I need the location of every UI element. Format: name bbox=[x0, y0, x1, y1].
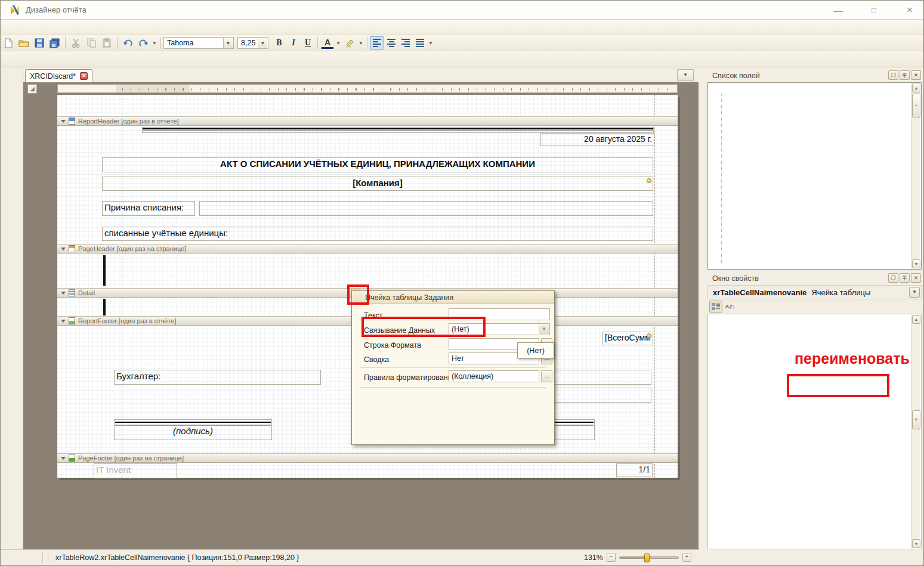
save-all-button[interactable] bbox=[48, 36, 62, 50]
annotation-binding-box bbox=[361, 317, 486, 337]
bold-button[interactable]: B bbox=[273, 36, 286, 50]
maximize-icon[interactable]: □ bbox=[869, 6, 879, 15]
properties-scrollbar[interactable]: ▲ ≡ ▼ bbox=[911, 315, 920, 548]
selection-status-text: xrTableRow2.xrTableCellNaimenovanie { По… bbox=[55, 553, 299, 562]
total-sum-field[interactable]: [ВсегоСумм bbox=[602, 332, 653, 345]
horizontal-ruler[interactable] bbox=[57, 84, 678, 93]
panel-close-icon[interactable]: ✕ bbox=[911, 273, 921, 283]
close-icon[interactable]: × bbox=[904, 4, 915, 16]
signature-label: (подпись) bbox=[115, 426, 271, 436]
smart-tag-icon[interactable] bbox=[647, 333, 651, 338]
italic-button[interactable]: I bbox=[287, 36, 300, 50]
popup-format-label: Строка Формата bbox=[364, 341, 421, 350]
alphabetical-sort-icon[interactable]: AZ↓ bbox=[724, 301, 737, 313]
panel-pin-icon[interactable]: 平 bbox=[900, 70, 910, 80]
tab-list-dropdown-icon[interactable]: ▼ bbox=[677, 69, 694, 81]
open-button[interactable] bbox=[17, 36, 31, 50]
collapse-icon[interactable] bbox=[61, 457, 66, 460]
collapse-icon[interactable] bbox=[61, 320, 66, 323]
band-label: PageHeader [один раз на странице] bbox=[78, 245, 186, 252]
band-page-header[interactable]: PageHeader [один раз на странице] bbox=[57, 244, 678, 253]
highlight-button[interactable] bbox=[342, 36, 357, 50]
zoom-out-icon[interactable]: − bbox=[607, 553, 616, 562]
object-selector-combo[interactable]: xrTableCellNaimenovanie Ячейка таблицы ▼ bbox=[707, 285, 922, 299]
font-size-combo[interactable]: 8,25▼ bbox=[237, 37, 268, 49]
table-detail-row[interactable] bbox=[103, 299, 106, 316]
field-list-tree[interactable]: ▲ ≡ ▼ bbox=[707, 82, 922, 270]
align-left-button[interactable] bbox=[370, 36, 384, 50]
align-justify-button[interactable] bbox=[413, 36, 427, 50]
new-report-button[interactable] bbox=[1, 36, 16, 50]
popup-rules-ellipsis-button[interactable]: … bbox=[541, 370, 552, 382]
scroll-thumb[interactable]: ≡ bbox=[912, 410, 920, 429]
zoom-slider[interactable] bbox=[619, 556, 679, 559]
panel-maximize-icon[interactable]: ❐ bbox=[888, 273, 898, 283]
report-title-label[interactable]: АКТ О СПИСАНИИ УЧЁТНЫХ ЕДИНИЦ, ПРИНАДЛЕЖ… bbox=[102, 157, 653, 172]
cut-icon[interactable] bbox=[69, 36, 83, 50]
align-dropdown-icon[interactable]: ▼ bbox=[427, 41, 434, 46]
font-name-combo[interactable]: Tahoma▼ bbox=[163, 37, 234, 49]
smart-tag-icon[interactable] bbox=[647, 178, 651, 183]
report-header-band-icon bbox=[69, 117, 75, 125]
underline-button[interactable]: U bbox=[301, 36, 314, 50]
scroll-thumb[interactable]: ≡ bbox=[912, 94, 920, 117]
ruler-origin-icon[interactable]: ◢ bbox=[27, 84, 37, 94]
scroll-up-icon[interactable]: ▲ bbox=[912, 315, 920, 324]
undo-dropdown-icon[interactable]: ▼ bbox=[151, 41, 158, 46]
popup-rules-input[interactable]: (Коллекция) bbox=[449, 370, 539, 382]
scroll-down-icon[interactable]: ▼ bbox=[912, 259, 920, 268]
band-report-header[interactable]: ReportHeader [один раз в отчёте] bbox=[57, 116, 678, 126]
header-line-control[interactable] bbox=[142, 127, 654, 133]
panel-maximize-icon[interactable]: ❐ bbox=[888, 70, 898, 80]
reason-label[interactable]: Причина списания: bbox=[102, 201, 195, 216]
brand-label[interactable]: IT Invent bbox=[94, 463, 177, 478]
document-tabstrip: XRCIDiscard* ✕ ▼ bbox=[23, 67, 699, 82]
document-tab[interactable]: XRCIDiscard* ✕ bbox=[25, 69, 92, 82]
signature-box-left[interactable]: (подпись) bbox=[114, 419, 272, 440]
company-field-text: [Компания] bbox=[353, 178, 403, 188]
font-color-button[interactable]: A bbox=[321, 37, 334, 49]
collapse-icon[interactable] bbox=[61, 248, 66, 250]
designer-center: XRCIDiscard* ✕ ▼ ◢ bbox=[23, 67, 699, 549]
zoom-slider-thumb[interactable] bbox=[644, 553, 650, 562]
font-color-dropdown-icon[interactable]: ▼ bbox=[335, 41, 342, 46]
field-list-header[interactable]: Список полей ❐ 平 ✕ bbox=[706, 69, 923, 82]
tab-close-icon[interactable]: ✕ bbox=[80, 72, 88, 80]
band-page-footer[interactable]: PageFooter [один раз на странице] bbox=[57, 453, 678, 463]
reason-field[interactable] bbox=[199, 201, 653, 216]
minimize-icon[interactable]: — bbox=[833, 5, 843, 16]
combo-arrow-icon[interactable]: ▼ bbox=[539, 324, 549, 334]
highlight-dropdown-icon[interactable]: ▼ bbox=[357, 41, 364, 46]
copy-icon[interactable] bbox=[84, 36, 98, 50]
font-size-value: 8,25 bbox=[241, 39, 255, 47]
scroll-down-icon[interactable]: ▼ bbox=[912, 539, 920, 548]
report-footer-band-icon bbox=[69, 317, 75, 324]
collapse-icon[interactable] bbox=[61, 120, 66, 123]
align-center-button[interactable] bbox=[384, 36, 398, 50]
paste-icon[interactable] bbox=[100, 36, 114, 50]
font-name-value: Tahoma bbox=[167, 39, 193, 47]
field-list-scrollbar[interactable]: ▲ ≡ ▼ bbox=[911, 83, 920, 268]
popup-rules-label: Правила форматирования bbox=[364, 373, 456, 382]
company-field[interactable]: [Компания] bbox=[102, 177, 653, 191]
categorized-view-icon[interactable] bbox=[709, 301, 722, 313]
align-right-button[interactable] bbox=[398, 36, 413, 50]
total-sum-text: [ВсегоСумм bbox=[605, 333, 651, 342]
items-label[interactable]: списанные учётные единицы: bbox=[102, 227, 653, 241]
zoom-percent-label: 131% bbox=[584, 553, 603, 562]
scroll-up-icon[interactable]: ▲ bbox=[912, 83, 920, 92]
panel-pin-icon[interactable]: 平 bbox=[900, 273, 910, 283]
zoom-in-icon[interactable]: + bbox=[682, 553, 691, 562]
combo-arrow-icon[interactable]: ▼ bbox=[909, 287, 920, 298]
redo-button[interactable] bbox=[136, 36, 150, 50]
properties-header[interactable]: Окно свойств ❐ 平 ✕ bbox=[706, 272, 923, 285]
collapse-icon[interactable] bbox=[61, 292, 66, 295]
field-list-title: Список полей bbox=[712, 72, 760, 80]
accountant-label[interactable]: Бухгалтер: bbox=[114, 370, 321, 385]
date-field[interactable]: 20 августа 2025 г. bbox=[540, 133, 654, 146]
undo-button[interactable] bbox=[120, 36, 135, 50]
panel-close-icon[interactable]: ✕ bbox=[911, 70, 921, 80]
save-button[interactable] bbox=[32, 36, 47, 50]
page-number-field[interactable]: 1/1 bbox=[616, 463, 653, 477]
table-header-row[interactable] bbox=[103, 255, 106, 286]
